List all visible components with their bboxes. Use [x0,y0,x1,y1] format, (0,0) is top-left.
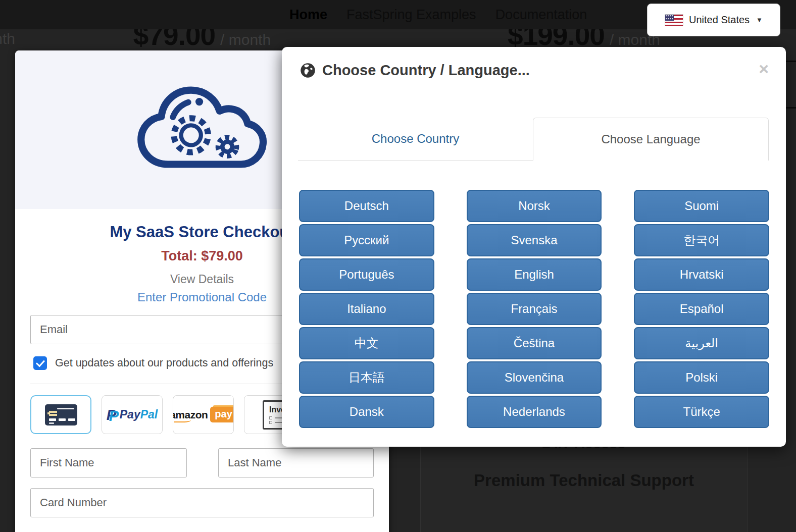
language-button-suomi[interactable]: Suomi [634,190,769,222]
language-button-norsk[interactable]: Norsk [467,190,602,222]
language-button-slovencina[interactable]: Slovenčina [467,361,602,394]
nav-item-documentation[interactable]: Documentation [495,7,587,23]
country-selector[interactable]: United States ▼ [647,4,780,36]
language-button-italiano[interactable]: Italiano [299,293,434,325]
country-language-modal: Choose Country / Language... × Choose Co… [282,47,786,447]
background-feature-support: Premium Technical Support [420,471,748,490]
offscreen-price-fragment: / month [0,30,15,47]
language-button-japanese[interactable]: 日本語 [299,361,434,394]
language-button-francais[interactable]: Français [467,293,602,325]
price-period: / month [220,31,271,48]
modal-tabs: Choose Country Choose Language [298,118,769,161]
close-icon[interactable]: × [759,60,769,77]
last-name-input[interactable] [218,448,374,477]
language-button-polski[interactable]: Polski [634,361,769,394]
modal-header: Choose Country / Language... [300,62,530,79]
tab-choose-language[interactable]: Choose Language [533,118,769,161]
us-flag-icon [665,14,683,26]
language-button-svenska[interactable]: Svenska [467,224,602,256]
nav-item-fastspring-examples[interactable]: FastSpring Examples [346,7,476,23]
language-button-dansk[interactable]: Dansk [299,396,434,428]
cloud-gears-logo [133,83,271,177]
card-number-input[interactable] [30,488,374,517]
language-button-english[interactable]: English [467,258,602,291]
globe-icon [300,63,316,78]
first-name-input[interactable] [30,448,187,477]
payment-paypal-button[interactable]: PP PayPal [102,395,163,434]
country-selector-label: United States [689,14,750,26]
nav-item-home[interactable]: Home [289,7,327,23]
language-button-nederlands[interactable]: Nederlands [467,396,602,428]
language-button-cestina[interactable]: Čeština [467,327,602,359]
language-button-arabic[interactable]: العربية [634,327,769,359]
language-button-espanol[interactable]: Español [634,293,769,325]
paypal-logo: PP PayPal [107,407,158,422]
updates-checkbox[interactable] [33,356,47,370]
top-nav: Home FastSpring Examples Documentation [289,0,587,29]
screen: Home FastSpring Examples Documentation /… [0,0,796,532]
language-button-korean[interactable]: 한국어 [634,224,769,256]
modal-title: Choose Country / Language... [322,62,530,79]
credit-card-icon [45,404,77,425]
language-button-deutsch[interactable]: Deutsch [299,190,434,222]
tab-choose-country[interactable]: Choose Country [298,118,533,161]
payment-credit-card-button[interactable] [30,395,91,434]
language-button-hrvatski[interactable]: Hrvatski [634,258,769,291]
updates-checkbox-label: Get updates about our products and offer… [55,357,273,369]
payment-amazon-pay-button[interactable]: amazon pay [173,395,234,434]
language-button-russian[interactable]: Русский [299,224,434,256]
name-fields-row [30,448,374,477]
language-button-portugues[interactable]: Português [299,258,434,291]
amazon-pay-logo: amazon pay [173,407,234,422]
chevron-down-icon: ▼ [756,16,763,24]
language-grid: Deutsch Русский Português Italiano 中文 日本… [299,190,769,428]
language-button-turkce[interactable]: Türkçe [634,396,769,428]
language-button-chinese[interactable]: 中文 [299,327,434,359]
